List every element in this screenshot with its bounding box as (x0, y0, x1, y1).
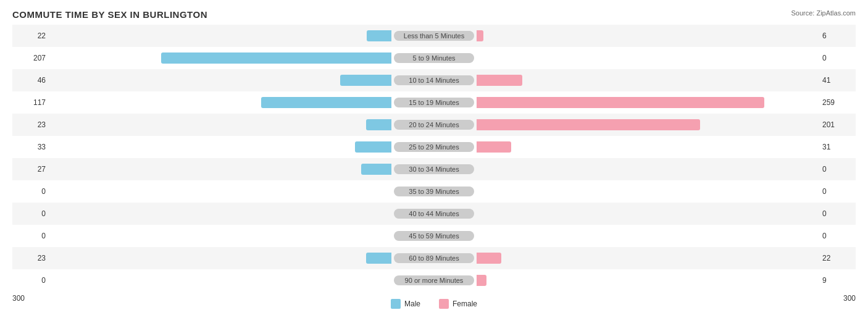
female-bar (477, 30, 483, 41)
bar-section: Less than 5 Minutes (49, 25, 819, 47)
male-value: 33 (12, 143, 49, 151)
bar-section: 60 to 89 Minutes (49, 247, 819, 269)
bar-section: 40 to 44 Minutes (49, 203, 819, 225)
male-value: 0 (12, 187, 49, 196)
table-row: 117 15 to 19 Minutes 259 (12, 91, 856, 114)
female-bar (477, 141, 511, 153)
table-row: 27 30 to 34 Minutes 0 (12, 158, 856, 180)
row-label: 5 to 9 Minutes (394, 53, 474, 63)
male-value: 117 (12, 98, 49, 107)
female-bar (477, 75, 522, 86)
bar-section: 45 to 59 Minutes (49, 225, 819, 247)
row-label: 25 to 29 Minutes (394, 142, 474, 152)
male-bar (366, 119, 391, 130)
male-value: 0 (12, 209, 49, 218)
table-row: 46 10 to 14 Minutes 41 (12, 69, 856, 91)
male-bar (161, 52, 391, 64)
table-row: 0 40 to 44 Minutes 0 (12, 203, 856, 225)
bar-section: 10 to 14 Minutes (49, 69, 819, 91)
legend-male: Male (391, 299, 420, 309)
female-value: 0 (819, 187, 856, 196)
row-label: 15 to 19 Minutes (394, 98, 474, 107)
male-value: 22 (12, 31, 49, 40)
male-bar (261, 97, 391, 108)
male-bar (355, 141, 391, 153)
table-row: 207 5 to 9 Minutes 0 (12, 47, 856, 69)
row-label: 35 to 39 Minutes (394, 187, 474, 196)
row-label: 20 to 24 Minutes (394, 120, 474, 130)
male-bar (340, 75, 391, 86)
table-row: 0 45 to 59 Minutes 0 (12, 225, 856, 247)
female-value: 9 (819, 276, 856, 285)
female-value: 41 (819, 76, 856, 85)
rows-area: 22 Less than 5 Minutes 6 207 (12, 25, 856, 292)
male-value: 46 (12, 76, 49, 85)
female-value: 0 (819, 54, 856, 62)
table-row: 23 20 to 24 Minutes 201 (12, 114, 856, 136)
bar-section: 25 to 29 Minutes (49, 136, 819, 158)
bar-section: 35 to 39 Minutes (49, 180, 819, 203)
female-bar (477, 97, 764, 108)
legend-female-label: Female (453, 300, 477, 308)
male-bar (367, 30, 391, 41)
legend: Male Female (391, 299, 477, 309)
row-label: 45 to 59 Minutes (394, 231, 474, 241)
bottom-labels: 300 Male Female 300 (12, 294, 856, 309)
chart-title: COMMUTE TIME BY SEX IN BURLINGTON (12, 9, 856, 20)
axis-right: 300 (843, 294, 856, 309)
male-value: 0 (12, 276, 49, 285)
female-swatch (439, 299, 449, 309)
female-value: 0 (819, 165, 856, 174)
row-label: 40 to 44 Minutes (394, 209, 474, 219)
bar-section: 15 to 19 Minutes (49, 91, 819, 114)
male-bar (366, 253, 391, 264)
row-label: 90 or more Minutes (394, 275, 474, 285)
axis-left: 300 (12, 294, 25, 309)
female-value: 259 (819, 98, 856, 107)
bar-section: 90 or more Minutes (49, 269, 819, 292)
male-value: 23 (12, 254, 49, 262)
male-value: 27 (12, 165, 49, 174)
female-bar (477, 253, 501, 264)
legend-female: Female (439, 299, 477, 309)
table-row: 0 90 or more Minutes 9 (12, 269, 856, 292)
female-value: 0 (819, 232, 856, 240)
table-row: 0 35 to 39 Minutes 0 (12, 180, 856, 203)
female-value: 31 (819, 143, 856, 151)
table-row: 23 60 to 89 Minutes 22 (12, 247, 856, 269)
female-value: 22 (819, 254, 856, 262)
male-swatch (391, 299, 401, 309)
female-bar (477, 119, 700, 130)
female-value: 201 (819, 120, 856, 129)
table-row: 22 Less than 5 Minutes 6 (12, 25, 856, 47)
source-text: Source: ZipAtlas.com (791, 9, 856, 17)
row-label: 10 to 14 Minutes (394, 75, 474, 85)
male-value: 207 (12, 54, 49, 62)
bar-section: 5 to 9 Minutes (49, 47, 819, 69)
male-value: 0 (12, 232, 49, 240)
female-value: 6 (819, 31, 856, 40)
male-bar (361, 164, 391, 175)
row-label: 60 to 89 Minutes (394, 253, 474, 263)
chart-container: COMMUTE TIME BY SEX IN BURLINGTON Source… (0, 0, 868, 323)
female-bar (477, 275, 486, 286)
male-value: 23 (12, 120, 49, 129)
table-row: 33 25 to 29 Minutes 31 (12, 136, 856, 158)
legend-male-label: Male (404, 300, 420, 308)
bar-section: 30 to 34 Minutes (49, 158, 819, 180)
bar-section: 20 to 24 Minutes (49, 114, 819, 136)
female-value: 0 (819, 209, 856, 218)
row-label: Less than 5 Minutes (394, 31, 474, 41)
row-label: 30 to 34 Minutes (394, 164, 474, 174)
